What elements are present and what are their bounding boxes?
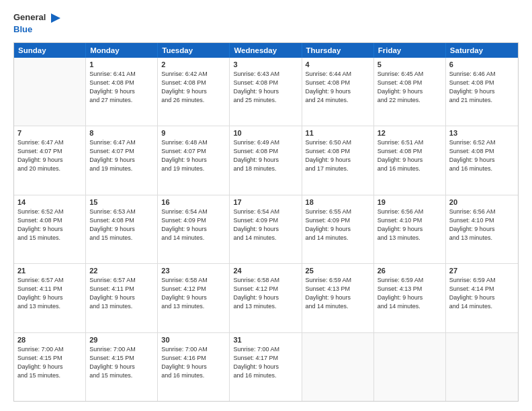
day-number: 4: [306, 60, 370, 68]
day-number: 26: [378, 267, 442, 275]
day-info: Sunrise: 6:54 AMSunset: 4:09 PMDaylight:…: [233, 208, 298, 242]
calendar-cell: 14Sunrise: 6:52 AMSunset: 4:08 PMDayligh…: [14, 195, 86, 263]
logo-flag-icon: [50, 12, 62, 24]
day-number: 16: [161, 198, 226, 206]
day-of-week-header: Monday: [86, 43, 158, 58]
calendar-cell: 12Sunrise: 6:51 AMSunset: 4:08 PMDayligh…: [374, 126, 446, 194]
day-info: Sunrise: 6:59 AMSunset: 4:14 PMDaylight:…: [449, 276, 515, 311]
day-of-week-header: Tuesday: [158, 43, 230, 58]
day-number: 17: [233, 198, 298, 206]
calendar-cell: 9Sunrise: 6:48 AMSunset: 4:07 PMDaylight…: [158, 126, 230, 194]
day-number: 12: [378, 129, 442, 137]
day-number: 27: [449, 267, 515, 275]
calendar-cell: 21Sunrise: 6:57 AMSunset: 4:11 PMDayligh…: [14, 264, 86, 332]
day-number: 11: [306, 129, 370, 137]
day-info: Sunrise: 6:42 AMSunset: 4:08 PMDaylight:…: [161, 70, 226, 105]
calendar-week-row: 21Sunrise: 6:57 AMSunset: 4:11 PMDayligh…: [14, 264, 518, 332]
calendar-cell: 24Sunrise: 6:58 AMSunset: 4:12 PMDayligh…: [230, 264, 302, 332]
calendar-cell: 28Sunrise: 7:00 AMSunset: 4:15 PMDayligh…: [14, 333, 86, 401]
day-info: Sunrise: 6:55 AMSunset: 4:09 PMDaylight:…: [306, 208, 370, 242]
calendar-week-row: 1Sunrise: 6:41 AMSunset: 4:08 PMDaylight…: [14, 58, 518, 126]
day-info: Sunrise: 6:54 AMSunset: 4:09 PMDaylight:…: [161, 208, 226, 242]
day-info: Sunrise: 6:51 AMSunset: 4:08 PMDaylight:…: [378, 138, 442, 173]
logo-text: General Blue: [13, 12, 62, 36]
calendar-cell: 8Sunrise: 6:47 AMSunset: 4:07 PMDaylight…: [86, 126, 158, 194]
day-info: Sunrise: 6:43 AMSunset: 4:08 PMDaylight:…: [233, 70, 298, 105]
calendar-cell: 22Sunrise: 6:57 AMSunset: 4:11 PMDayligh…: [86, 264, 158, 332]
day-of-week-header: Friday: [374, 43, 446, 58]
calendar-cell: 20Sunrise: 6:56 AMSunset: 4:10 PMDayligh…: [446, 195, 518, 263]
day-info: Sunrise: 7:00 AMSunset: 4:15 PMDaylight:…: [17, 345, 82, 380]
day-info: Sunrise: 6:57 AMSunset: 4:11 PMDaylight:…: [17, 276, 82, 311]
calendar-cell: 29Sunrise: 7:00 AMSunset: 4:15 PMDayligh…: [86, 333, 158, 401]
day-number: 10: [233, 129, 298, 137]
day-number: 29: [89, 336, 154, 344]
svg-marker-0: [51, 13, 60, 23]
day-info: Sunrise: 6:49 AMSunset: 4:08 PMDaylight:…: [233, 138, 298, 173]
day-number: 5: [378, 60, 442, 68]
calendar-cell: 3Sunrise: 6:43 AMSunset: 4:08 PMDaylight…: [230, 58, 302, 126]
day-of-week-header: Saturday: [446, 43, 518, 58]
day-number: 24: [233, 267, 298, 275]
day-info: Sunrise: 6:58 AMSunset: 4:12 PMDaylight:…: [233, 276, 298, 311]
day-number: 15: [89, 198, 154, 206]
calendar-cell: 17Sunrise: 6:54 AMSunset: 4:09 PMDayligh…: [230, 195, 302, 263]
calendar-cell: 10Sunrise: 6:49 AMSunset: 4:08 PMDayligh…: [230, 126, 302, 194]
calendar-cell: 27Sunrise: 6:59 AMSunset: 4:14 PMDayligh…: [446, 264, 518, 332]
day-of-week-header: Wednesday: [230, 43, 302, 58]
calendar-cell: 23Sunrise: 6:58 AMSunset: 4:12 PMDayligh…: [158, 264, 230, 332]
day-info: Sunrise: 6:47 AMSunset: 4:07 PMDaylight:…: [89, 138, 154, 173]
calendar-cell: 16Sunrise: 6:54 AMSunset: 4:09 PMDayligh…: [158, 195, 230, 263]
calendar-cell: [14, 58, 86, 126]
calendar-cell: 30Sunrise: 7:00 AMSunset: 4:16 PMDayligh…: [158, 333, 230, 401]
day-info: Sunrise: 7:00 AMSunset: 4:16 PMDaylight:…: [161, 345, 226, 380]
calendar-cell: 19Sunrise: 6:56 AMSunset: 4:10 PMDayligh…: [374, 195, 446, 263]
day-number: 30: [161, 336, 226, 344]
day-number: 22: [89, 267, 154, 275]
day-info: Sunrise: 6:45 AMSunset: 4:08 PMDaylight:…: [378, 70, 442, 105]
day-info: Sunrise: 6:56 AMSunset: 4:10 PMDaylight:…: [449, 208, 515, 242]
day-number: 2: [161, 60, 226, 68]
day-number: 1: [89, 60, 154, 68]
calendar-cell: 18Sunrise: 6:55 AMSunset: 4:09 PMDayligh…: [302, 195, 374, 263]
calendar-cell: 15Sunrise: 6:53 AMSunset: 4:08 PMDayligh…: [86, 195, 158, 263]
day-info: Sunrise: 6:57 AMSunset: 4:11 PMDaylight:…: [89, 276, 154, 311]
calendar-cell: [374, 333, 446, 401]
day-info: Sunrise: 6:48 AMSunset: 4:07 PMDaylight:…: [161, 138, 226, 173]
day-number: 21: [17, 267, 82, 275]
calendar-cell: 2Sunrise: 6:42 AMSunset: 4:08 PMDaylight…: [158, 58, 230, 126]
calendar-cell: 1Sunrise: 6:41 AMSunset: 4:08 PMDaylight…: [86, 58, 158, 126]
day-info: Sunrise: 7:00 AMSunset: 4:15 PMDaylight:…: [89, 345, 154, 380]
header: General Blue: [13, 12, 519, 36]
day-of-week-header: Thursday: [302, 43, 374, 58]
day-info: Sunrise: 7:00 AMSunset: 4:17 PMDaylight:…: [233, 345, 298, 380]
day-number: 7: [17, 129, 82, 137]
calendar-cell: [446, 333, 518, 401]
calendar-cell: 26Sunrise: 6:59 AMSunset: 4:13 PMDayligh…: [374, 264, 446, 332]
day-number: 19: [378, 198, 442, 206]
day-info: Sunrise: 6:50 AMSunset: 4:08 PMDaylight:…: [306, 138, 370, 173]
day-info: Sunrise: 6:41 AMSunset: 4:08 PMDaylight:…: [89, 70, 154, 105]
calendar-cell: 11Sunrise: 6:50 AMSunset: 4:08 PMDayligh…: [302, 126, 374, 194]
calendar-header: SundayMondayTuesdayWednesdayThursdayFrid…: [14, 43, 518, 58]
calendar-week-row: 14Sunrise: 6:52 AMSunset: 4:08 PMDayligh…: [14, 195, 518, 264]
day-info: Sunrise: 6:56 AMSunset: 4:10 PMDaylight:…: [378, 208, 442, 242]
calendar-week-row: 7Sunrise: 6:47 AMSunset: 4:07 PMDaylight…: [14, 126, 518, 195]
day-info: Sunrise: 6:53 AMSunset: 4:08 PMDaylight:…: [89, 208, 154, 242]
calendar-body: 1Sunrise: 6:41 AMSunset: 4:08 PMDaylight…: [14, 58, 518, 401]
day-number: 3: [233, 60, 298, 68]
day-number: 9: [161, 129, 226, 137]
calendar-cell: 31Sunrise: 7:00 AMSunset: 4:17 PMDayligh…: [230, 333, 302, 401]
page: General Blue SundayMondayTuesdayWednesda…: [0, 0, 532, 411]
day-number: 25: [306, 267, 370, 275]
day-info: Sunrise: 6:47 AMSunset: 4:07 PMDaylight:…: [17, 138, 82, 173]
calendar-cell: 6Sunrise: 6:46 AMSunset: 4:08 PMDaylight…: [446, 58, 518, 126]
day-number: 18: [306, 198, 370, 206]
day-info: Sunrise: 6:58 AMSunset: 4:12 PMDaylight:…: [161, 276, 226, 311]
day-number: 13: [449, 129, 515, 137]
day-number: 31: [233, 336, 298, 344]
calendar-week-row: 28Sunrise: 7:00 AMSunset: 4:15 PMDayligh…: [14, 333, 518, 401]
day-info: Sunrise: 6:52 AMSunset: 4:08 PMDaylight:…: [449, 138, 515, 173]
day-number: 6: [449, 60, 515, 68]
calendar-cell: 25Sunrise: 6:59 AMSunset: 4:13 PMDayligh…: [302, 264, 374, 332]
